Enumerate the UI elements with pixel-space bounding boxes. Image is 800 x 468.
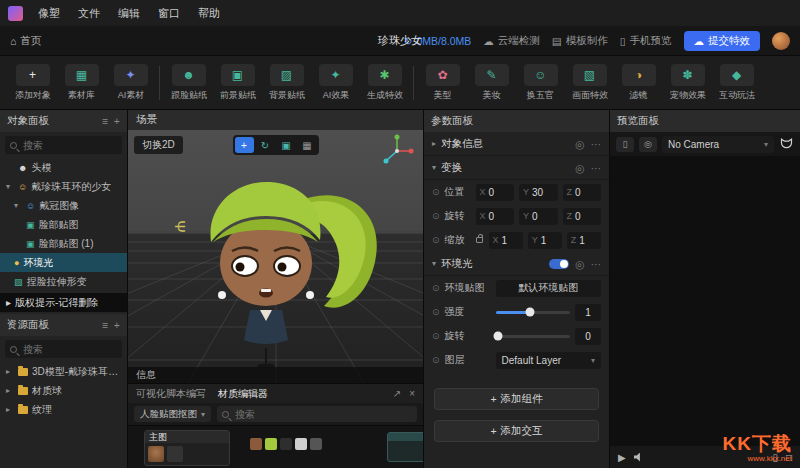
tree-item-head-model[interactable]: ☻头模 [0, 158, 127, 177]
scale-x-input[interactable]: X1 [489, 232, 523, 249]
resource-search-input[interactable] [21, 343, 117, 356]
switch-2d-button[interactable]: 切换2D [134, 136, 183, 154]
rotation-slider[interactable] [496, 335, 570, 338]
ribbon-add-object[interactable]: +添加对象 [8, 64, 57, 102]
scale-y-input[interactable]: Y1 [528, 232, 562, 249]
ribbon-face-sticker[interactable]: ☻跟脸贴纸 [164, 64, 213, 102]
scene-viewport[interactable]: Ψ [128, 130, 423, 383]
ribbon-filter[interactable]: ◑滤镜 [614, 64, 663, 102]
target-icon[interactable]: ◎ [575, 258, 584, 270]
tree-item-pearl-girl[interactable]: ▾☺戴珍珠耳环的少女 [0, 177, 127, 196]
node-graph-area[interactable]: 主图 [128, 425, 423, 468]
scale-tool-button[interactable]: ▣ [277, 137, 296, 153]
more-icon[interactable]: ··· [591, 162, 602, 174]
tab-visual-script[interactable]: 可视化脚本编写 [136, 387, 206, 401]
resource-item-texture[interactable]: ▸纹理 [0, 400, 127, 419]
node-search-input[interactable] [233, 408, 412, 421]
ribbon-generate-effect[interactable]: ✱生成特效 [360, 64, 409, 102]
phone-source-button[interactable]: ▯ [616, 137, 634, 152]
ribbon-pet-effect[interactable]: ✽宠物效果 [663, 64, 712, 102]
target-icon[interactable]: ◎ [575, 162, 584, 174]
rotation-x-input[interactable]: X0 [476, 208, 514, 225]
tree-item-ambient-light[interactable]: ●环境光 [0, 253, 127, 272]
node-thumbnail[interactable] [280, 438, 292, 450]
layer-dropdown[interactable]: Default Layer▾ [496, 352, 601, 369]
add-interaction-button[interactable]: + 添加交互 [434, 420, 599, 442]
close-icon[interactable]: × [409, 388, 415, 399]
ribbon-foreground-sticker[interactable]: ▣前景贴纸 [213, 64, 262, 102]
cat-icon[interactable] [779, 138, 794, 151]
resource-item-3d-model[interactable]: ▸3D模型-戴珍珠耳环的少女 [0, 362, 127, 381]
submit-effect-button[interactable]: ☁ 提交特效 [684, 31, 761, 51]
ribbon-background-sticker[interactable]: ▨背景贴纸 [262, 64, 311, 102]
expand-icon[interactable]: ↗ [393, 388, 401, 399]
ribbon-ai-asset[interactable]: ✦AI素材 [106, 64, 155, 102]
tab-material-editor[interactable]: 材质编辑器 [218, 387, 268, 401]
panel-add-icon[interactable]: + [114, 115, 120, 127]
speaker-icon[interactable] [634, 453, 644, 462]
cloud-check-button[interactable]: ☁ 云端检测 [483, 34, 540, 48]
lock-icon[interactable] [476, 237, 483, 243]
menu-edit[interactable]: 编辑 [109, 0, 149, 26]
section-object-info[interactable]: ▸ 对象信息 ◎··· [424, 132, 609, 156]
node-search[interactable] [217, 406, 417, 422]
resource-search[interactable] [5, 340, 122, 358]
ribbon-interactive-play[interactable]: ◆互动玩法 [712, 64, 761, 102]
section-ambient-light[interactable]: ▾ 环境光 ◎ ··· [424, 252, 609, 276]
camera-source-button[interactable]: ◎ [639, 137, 657, 152]
preview-viewport[interactable] [610, 156, 800, 446]
menu-window[interactable]: 窗口 [149, 0, 189, 26]
ribbon-beauty-shape[interactable]: ✿美型 [418, 64, 467, 102]
object-search[interactable] [5, 136, 122, 154]
grid-settings-button[interactable]: ▦ [298, 137, 317, 153]
position-z-input[interactable]: Z0 [563, 184, 601, 201]
camera-select-dropdown[interactable]: No Camera ▾ [662, 136, 774, 153]
rotate-tool-button[interactable]: ↻ [256, 137, 275, 153]
ribbon-screen-effect[interactable]: ▧画面特效 [565, 64, 614, 102]
template-make-button[interactable]: ▤ 模板制作 [552, 34, 608, 48]
panel-menu-icon[interactable]: ≡ [102, 319, 108, 331]
node-thumbnail[interactable] [265, 438, 277, 450]
character-model[interactable] [178, 164, 413, 369]
section-transform[interactable]: ▾ 变换 ◎··· [424, 156, 609, 180]
partial-node[interactable] [387, 432, 423, 462]
menu-help[interactable]: 帮助 [189, 0, 229, 26]
intensity-slider[interactable] [496, 311, 570, 314]
add-component-button[interactable]: + 添加组件 [434, 388, 599, 410]
node-thumbnail[interactable] [250, 438, 262, 450]
menu-app-name[interactable]: 像塑 [29, 0, 69, 26]
ribbon-ai-effect[interactable]: ✦AI效果 [311, 64, 360, 102]
ribbon-swap-features[interactable]: ☺换五官 [516, 64, 565, 102]
home-button[interactable]: ⌂ 首页 [10, 34, 41, 48]
tree-item-face-texture-1[interactable]: ▣脸部贴图 (1) [0, 234, 127, 253]
env-map-button[interactable]: 默认环境贴图 [496, 280, 601, 297]
node-thumbnail[interactable] [310, 438, 322, 450]
resource-item-material[interactable]: ▸材质球 [0, 381, 127, 400]
ribbon-makeup[interactable]: ✎美妆 [467, 64, 516, 102]
more-icon[interactable]: ··· [591, 138, 602, 150]
rotation-value[interactable]: 0 [575, 328, 601, 345]
move-tool-button[interactable]: + [235, 137, 254, 153]
panel-menu-icon[interactable]: ≡ [102, 115, 108, 127]
tree-item-face-texture[interactable]: ▣脸部贴图 [0, 215, 127, 234]
position-y-input[interactable]: Y30 [519, 184, 557, 201]
main-image-node[interactable]: 主图 [144, 430, 230, 466]
more-icon[interactable]: ··· [591, 258, 602, 270]
copyright-note[interactable]: ▸版权提示-记得删除 [0, 293, 127, 312]
target-icon[interactable]: ◎ [575, 138, 584, 150]
tree-item-crown-image[interactable]: ▾☺戴冠图像 [0, 196, 127, 215]
tree-item-face-stretch[interactable]: ▨捏脸拉伸形变 [0, 272, 127, 291]
object-search-input[interactable] [21, 139, 117, 152]
intensity-value[interactable]: 1 [575, 304, 601, 321]
menu-file[interactable]: 文件 [69, 0, 109, 26]
position-x-input[interactable]: X0 [476, 184, 514, 201]
play-button[interactable]: ▶ [618, 452, 626, 463]
scale-z-input[interactable]: Z1 [567, 232, 601, 249]
ambient-light-toggle[interactable] [549, 259, 569, 269]
rotation-z-input[interactable]: Z0 [563, 208, 601, 225]
user-avatar[interactable] [772, 32, 790, 50]
matting-dropdown[interactable]: 人脸贴图抠图 ▾ [134, 406, 211, 422]
rotation-y-input[interactable]: Y0 [519, 208, 557, 225]
axis-orientation-gizmo[interactable] [377, 132, 417, 170]
panel-add-icon[interactable]: + [114, 319, 120, 331]
